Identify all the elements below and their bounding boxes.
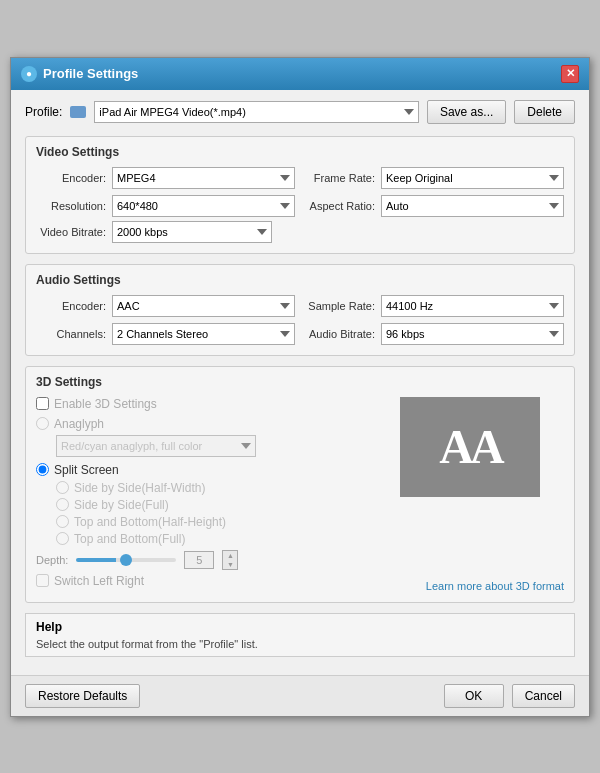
help-title: Help — [36, 620, 564, 634]
sample-rate-select[interactable]: 44100 Hz — [381, 295, 564, 317]
encoder-label: Encoder: — [36, 172, 106, 184]
switch-lr-checkbox[interactable] — [36, 574, 49, 587]
threeds-settings-title: 3D Settings — [36, 375, 564, 389]
dialog-body: Profile: iPad Air MPEG4 Video(*.mp4) Sav… — [11, 90, 589, 675]
anaglyph-radio[interactable] — [36, 417, 49, 430]
close-button[interactable]: ✕ — [561, 65, 579, 83]
audio-encoder-select[interactable]: AAC — [112, 295, 295, 317]
ok-button[interactable]: OK — [444, 684, 504, 708]
channels-row: Channels: 2 Channels Stereo — [36, 323, 295, 345]
side-by-side-full-row: Side by Side(Full) — [56, 498, 564, 512]
resolution-row: Resolution: 640*480 — [36, 195, 295, 217]
side-by-side-half-label: Side by Side(Half-Width) — [74, 481, 205, 495]
video-settings-title: Video Settings — [36, 145, 564, 159]
audio-bitrate-label: Audio Bitrate: — [305, 328, 375, 340]
video-bitrate-row: Video Bitrate: 2000 kbps — [36, 221, 564, 243]
top-bottom-full-row: Top and Bottom(Full) — [56, 532, 564, 546]
depth-label: Depth: — [36, 554, 68, 566]
profile-icon — [70, 106, 86, 118]
footer-right: OK Cancel — [444, 684, 575, 708]
dialog-footer: Restore Defaults OK Cancel — [11, 675, 589, 716]
help-text: Select the output format from the "Profi… — [36, 638, 564, 650]
save-as-button[interactable]: Save as... — [427, 100, 506, 124]
preview-box: AA — [400, 397, 540, 497]
profile-label: Profile: — [25, 105, 62, 119]
audio-settings-section: Audio Settings Encoder: AAC Sample Rate:… — [25, 264, 575, 356]
audio-settings-title: Audio Settings — [36, 273, 564, 287]
audio-settings-grid: Encoder: AAC Sample Rate: 44100 Hz Chann… — [36, 295, 564, 345]
audio-bitrate-row: Audio Bitrate: 96 kbps — [305, 323, 564, 345]
side-by-side-half-radio[interactable] — [56, 481, 69, 494]
depth-value[interactable] — [184, 551, 214, 569]
split-screen-radio[interactable] — [36, 463, 49, 476]
top-bottom-full-label: Top and Bottom(Full) — [74, 532, 185, 546]
title-bar-left: ● Profile Settings — [21, 66, 138, 82]
enable-3d-checkbox[interactable] — [36, 397, 49, 410]
resolution-select[interactable]: 640*480 — [112, 195, 295, 217]
aspect-ratio-row: Aspect Ratio: Auto — [305, 195, 564, 217]
frame-rate-label: Frame Rate: — [305, 172, 375, 184]
resolution-label: Resolution: — [36, 200, 106, 212]
side-by-side-full-label: Side by Side(Full) — [74, 498, 169, 512]
anaglyph-label: Anaglyph — [54, 417, 104, 431]
audio-encoder-label: Encoder: — [36, 300, 106, 312]
video-settings-grid: Encoder: MPEG4 Frame Rate: Keep Original… — [36, 167, 564, 217]
sample-rate-row: Sample Rate: 44100 Hz — [305, 295, 564, 317]
aspect-ratio-select[interactable]: Auto — [381, 195, 564, 217]
video-settings-section: Video Settings Encoder: MPEG4 Frame Rate… — [25, 136, 575, 254]
aspect-ratio-label: Aspect Ratio: — [305, 200, 375, 212]
threeds-content: Enable 3D Settings Anaglyph Red/cyan ana… — [36, 397, 564, 588]
app-icon: ● — [21, 66, 37, 82]
split-screen-label: Split Screen — [54, 463, 119, 477]
learn-more-link[interactable]: Learn more about 3D format — [426, 580, 564, 592]
channels-select[interactable]: 2 Channels Stereo — [112, 323, 295, 345]
encoder-row: Encoder: MPEG4 — [36, 167, 295, 189]
preview-text: AA — [439, 419, 500, 474]
switch-lr-label: Switch Left Right — [54, 574, 144, 588]
depth-row: Depth: ▲ ▼ — [36, 550, 564, 570]
top-bottom-half-row: Top and Bottom(Half-Height) — [56, 515, 564, 529]
profile-row: Profile: iPad Air MPEG4 Video(*.mp4) Sav… — [25, 100, 575, 124]
top-bottom-half-radio[interactable] — [56, 515, 69, 528]
frame-rate-row: Frame Rate: Keep Original — [305, 167, 564, 189]
video-bitrate-select[interactable]: 2000 kbps — [112, 221, 272, 243]
audio-bitrate-select[interactable]: 96 kbps — [381, 323, 564, 345]
threeds-settings-section: 3D Settings Enable 3D Settings Anaglyph … — [25, 366, 575, 603]
profile-settings-dialog: ● Profile Settings ✕ Profile: iPad Air M… — [10, 57, 590, 717]
profile-select[interactable]: iPad Air MPEG4 Video(*.mp4) — [94, 101, 419, 123]
side-by-side-full-radio[interactable] — [56, 498, 69, 511]
help-section: Help Select the output format from the "… — [25, 613, 575, 657]
delete-button[interactable]: Delete — [514, 100, 575, 124]
anaglyph-select[interactable]: Red/cyan anaglyph, full color — [56, 435, 256, 457]
frame-rate-select[interactable]: Keep Original — [381, 167, 564, 189]
video-bitrate-label: Video Bitrate: — [36, 226, 106, 238]
sample-rate-label: Sample Rate: — [305, 300, 375, 312]
depth-down-button[interactable]: ▼ — [223, 560, 237, 569]
top-bottom-half-label: Top and Bottom(Half-Height) — [74, 515, 226, 529]
enable-3d-label: Enable 3D Settings — [54, 397, 157, 411]
depth-up-button[interactable]: ▲ — [223, 551, 237, 560]
depth-slider[interactable] — [76, 558, 176, 562]
channels-label: Channels: — [36, 328, 106, 340]
cancel-button[interactable]: Cancel — [512, 684, 575, 708]
depth-spinner: ▲ ▼ — [222, 550, 238, 570]
window-title: Profile Settings — [43, 66, 138, 81]
restore-defaults-button[interactable]: Restore Defaults — [25, 684, 140, 708]
top-bottom-full-radio[interactable] — [56, 532, 69, 545]
audio-encoder-row: Encoder: AAC — [36, 295, 295, 317]
title-bar: ● Profile Settings ✕ — [11, 58, 589, 90]
encoder-select[interactable]: MPEG4 — [112, 167, 295, 189]
